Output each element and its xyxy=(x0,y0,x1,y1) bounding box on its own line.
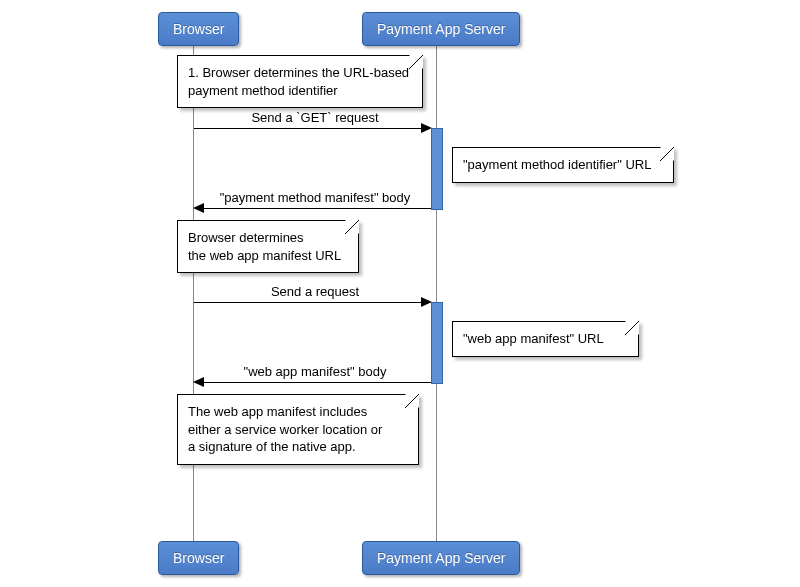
participant-browser-top: Browser xyxy=(158,12,239,46)
participant-server-bottom: Payment App Server xyxy=(362,541,520,575)
note-manifest-url: Browser determines the web app manifest … xyxy=(177,220,359,273)
participant-browser-bottom: Browser xyxy=(158,541,239,575)
message-label-get: Send a `GET` request xyxy=(195,110,435,125)
note-step1: 1. Browser determines the URL-based paym… xyxy=(177,55,423,108)
participant-server-top: Payment App Server xyxy=(362,12,520,46)
arrow-head-wam-body xyxy=(193,377,204,387)
note-text: Browser determines the web app manifest … xyxy=(188,230,341,263)
participant-label: Payment App Server xyxy=(377,550,505,566)
participant-label: Browser xyxy=(173,21,224,37)
message-label-send-request: Send a request xyxy=(195,284,435,299)
arrow-pmm-body xyxy=(200,208,431,209)
arrow-send-request xyxy=(194,302,426,303)
note-text: "payment method identifier" URL xyxy=(463,157,651,172)
note-pmi-url: "payment method identifier" URL xyxy=(452,147,674,183)
note-text: "web app manifest" URL xyxy=(463,331,604,346)
arrow-wam-body xyxy=(200,382,431,383)
lifeline-server xyxy=(436,46,437,541)
note-wam-url: "web app manifest" URL xyxy=(452,321,639,357)
arrow-get xyxy=(194,128,426,129)
message-label-wam-body: "web app manifest" body xyxy=(195,364,435,379)
lifeline-browser xyxy=(193,46,194,541)
note-text: The web app manifest includes either a s… xyxy=(188,404,382,454)
note-final: The web app manifest includes either a s… xyxy=(177,394,419,465)
arrow-head-pmm-body xyxy=(193,203,204,213)
note-text: 1. Browser determines the URL-based paym… xyxy=(188,65,409,98)
participant-label: Payment App Server xyxy=(377,21,505,37)
participant-label: Browser xyxy=(173,550,224,566)
message-label-pmm-body: "payment method manifest" body xyxy=(195,190,435,205)
